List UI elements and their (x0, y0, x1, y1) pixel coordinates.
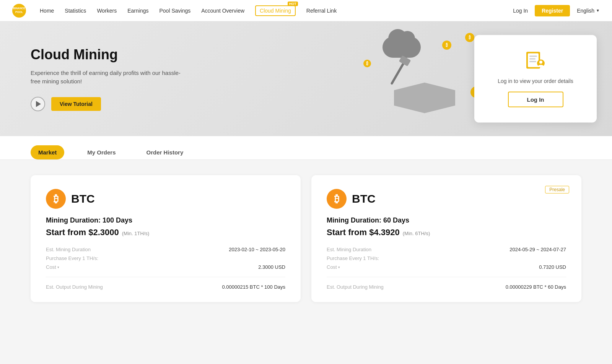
order-login-text: Log in to view your order details (493, 78, 578, 84)
tab-market[interactable]: Market (31, 145, 64, 159)
hot-badge: HOT (288, 2, 298, 6)
card-2-detail-row-0: Est. Mining Duration 2024-05-29 ~ 2024-0… (327, 247, 566, 252)
card-2-detail-row-1: Purchase Every 1 TH/s: (327, 255, 566, 261)
nav-account-overview[interactable]: Account Overview (201, 8, 244, 14)
card-1-cost-dropdown[interactable]: Cost ▾ (46, 264, 59, 270)
hero-description: Experience the thrill of earning daily p… (31, 69, 184, 86)
platform-top (394, 83, 455, 98)
card-2-label-3: Est. Output During Mining (327, 284, 384, 290)
btc-icon-1: ₿ (46, 189, 66, 209)
presale-badge: Presale (545, 186, 569, 193)
card-2-label-1: Purchase Every 1 TH/s: (327, 255, 379, 261)
register-button[interactable]: Register (535, 5, 570, 16)
card-2-header: ₿ BTC (327, 189, 566, 209)
card-2-cost-dropdown[interactable]: Cost ▾ (327, 264, 340, 270)
play-icon (36, 101, 41, 107)
card-1-coin: BTC (71, 192, 95, 205)
card-1-duration: Mining Duration: 100 Days (46, 216, 285, 224)
hammer-icon (390, 57, 407, 85)
card-1-detail-row-3: Est. Output During Mining 0.00000215 BTC… (46, 284, 285, 290)
nav-statistics[interactable]: Statistics (65, 8, 86, 14)
card-2-detail-row-3: Est. Output During Mining 0.00000229 BTC… (327, 284, 566, 290)
card-2-price: Start from $4.3920 (327, 227, 400, 237)
mining-card-1: ₿ BTC Mining Duration: 100 Days Start fr… (31, 175, 301, 302)
coin-1: ₿ (465, 33, 474, 42)
card-1-price: Start from $2.3000 (46, 227, 119, 237)
card-2-details: Est. Mining Duration 2024-05-29 ~ 2024-0… (327, 247, 566, 290)
card-1-price-row: Start from $2.3000 (Min. 1TH/s) (46, 227, 285, 237)
svg-point-9 (539, 61, 542, 64)
language-selector[interactable]: English ▼ (577, 8, 600, 14)
view-tutorial-button[interactable]: View Tutorial (51, 97, 101, 111)
navbar: BINANCE POOL Home Statistics Workers Ear… (0, 0, 612, 21)
login-button[interactable]: Log In (513, 8, 528, 14)
platform-base (394, 83, 455, 113)
chevron-down-icon: ▾ (57, 265, 59, 269)
coin-5: ₿ (363, 60, 371, 67)
nav-referral-link[interactable]: Referral Link (306, 8, 337, 14)
card-1-detail-row-1: Purchase Every 1 TH/s: (46, 255, 285, 261)
card-1-value-2: 2.3000 USD (258, 264, 285, 270)
logo[interactable]: BINANCE POOL (12, 4, 26, 18)
chevron-down-icon-2: ▾ (338, 265, 340, 269)
language-label: English (577, 8, 594, 14)
svg-rect-7 (529, 61, 536, 62)
card-1-label-0: Est. Mining Duration (46, 247, 91, 252)
card-2-value-0: 2024-05-29 ~ 2024-07-27 (509, 247, 566, 252)
order-document-icon (523, 50, 548, 72)
nav-home[interactable]: Home (40, 8, 54, 14)
nav-workers[interactable]: Workers (97, 8, 117, 14)
nav-cloud-mining-wrap: Cloud Mining HOT (255, 5, 296, 16)
svg-rect-5 (529, 56, 537, 57)
tabs: Market My Orders Order History (31, 145, 581, 159)
svg-text:BINANCE: BINANCE (13, 7, 25, 10)
svg-rect-4 (528, 54, 539, 67)
hero-title: Cloud Mining (31, 47, 184, 63)
card-1-label-3: Est. Output During Mining (46, 284, 103, 290)
card-1-detail-row-0: Est. Mining Duration 2023-02-10 ~ 2023-0… (46, 247, 285, 252)
svg-text:POOL: POOL (15, 11, 23, 13)
svg-rect-6 (529, 58, 536, 60)
card-2-label-0: Est. Mining Duration (327, 247, 371, 252)
card-1-details: Est. Mining Duration 2023-02-10 ~ 2023-0… (46, 247, 285, 290)
card-1-value-3: 0.00000215 BTC * 100 Days (222, 284, 286, 290)
card-2-cost-label: Cost (327, 264, 337, 270)
card-2-duration: Mining Duration: 60 Days (327, 216, 566, 224)
chevron-down-icon: ▼ (596, 8, 600, 13)
order-login-button[interactable]: Log In (508, 92, 563, 107)
market-section: ₿ BTC Mining Duration: 100 Days Start fr… (0, 160, 612, 317)
card-2-detail-row-2: Cost ▾ 0.7320 USD (327, 264, 566, 270)
nav-cloud-mining[interactable]: Cloud Mining (255, 5, 296, 16)
card-1-detail-row-2: Cost ▾ 2.3000 USD (46, 264, 285, 270)
play-button[interactable] (31, 97, 45, 111)
hero-actions: View Tutorial (31, 97, 184, 111)
card-2-value-2: 0.7320 USD (539, 264, 566, 270)
card-1-value-0: 2023-02-10 ~ 2023-05-20 (229, 247, 285, 252)
cloud-shape (382, 37, 421, 58)
order-card: Log in to view your order details Log In (474, 35, 597, 123)
card-1-divider (46, 277, 285, 277)
btc-icon-2: ₿ (327, 189, 347, 209)
coin-3: ₿ (442, 41, 451, 50)
card-1-cost-label: Cost (46, 264, 56, 270)
card-1-min: (Min. 1TH/s) (122, 231, 150, 236)
card-1-header: ₿ BTC (46, 189, 285, 209)
card-2-min: (Min. 6TH/s) (403, 231, 430, 236)
tab-my-orders[interactable]: My Orders (80, 145, 123, 159)
nav-right: Log In Register English ▼ (513, 5, 600, 16)
tab-order-history[interactable]: Order History (139, 145, 191, 159)
nav-earnings[interactable]: Earnings (127, 8, 148, 14)
card-2-value-3: 0.00000229 BTC * 60 Days (506, 284, 566, 290)
mining-card-2: Presale ₿ BTC Mining Duration: 60 Days S… (311, 175, 581, 302)
cards-grid: ₿ BTC Mining Duration: 100 Days Start fr… (31, 175, 581, 302)
order-icon-wrap (493, 50, 578, 72)
card-2-price-row: Start from $4.3920 (Min. 6TH/s) (327, 227, 566, 237)
card-2-divider (327, 277, 566, 277)
nav-links: Home Statistics Workers Earnings Pool Sa… (40, 5, 513, 16)
card-1-label-1: Purchase Every 1 TH/s: (46, 255, 98, 261)
hero-section: Cloud Mining Experience the thrill of ea… (0, 21, 612, 136)
tabs-section: Market My Orders Order History (0, 136, 612, 160)
binance-pool-logo: BINANCE POOL (12, 4, 26, 18)
hero-content: Cloud Mining Experience the thrill of ea… (31, 47, 184, 111)
nav-pool-savings[interactable]: Pool Savings (160, 8, 191, 14)
